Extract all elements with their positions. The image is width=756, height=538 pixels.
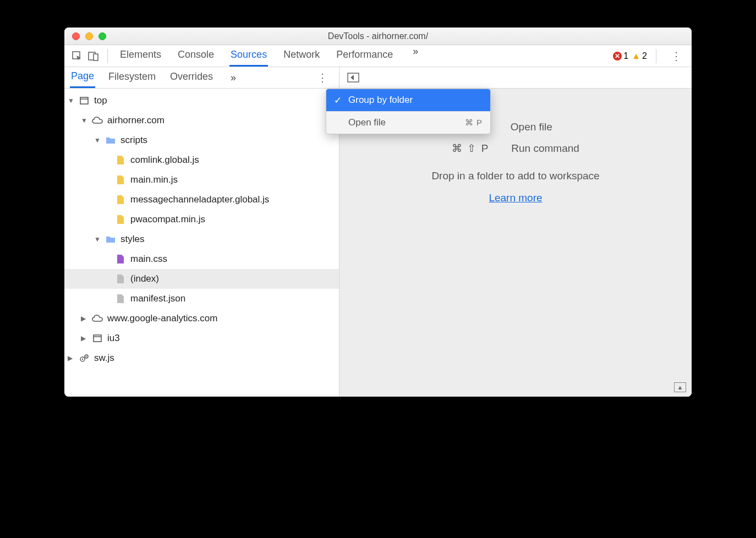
tree-node-file[interactable]: pwacompat.min.js — [64, 210, 339, 229]
tree-node-file[interactable]: manifest.json — [64, 289, 339, 309]
svg-rect-4 — [80, 97, 88, 104]
subtab-overrides[interactable]: Overrides — [169, 68, 214, 87]
tree-label: www.google-analytics.com — [107, 313, 217, 324]
tree-node-folder[interactable]: ▼ styles — [64, 229, 339, 249]
separator — [656, 49, 656, 63]
tab-console[interactable]: Console — [177, 46, 215, 67]
svg-rect-6 — [94, 335, 101, 342]
tree-node-frame[interactable]: ▶ iu3 — [64, 328, 339, 348]
devtools-window: DevTools - airhorner.com/ Elements Conso… — [64, 28, 692, 397]
tree-node-file[interactable]: main.min.js — [64, 170, 339, 190]
triangle-right-icon: ▶ — [68, 354, 74, 362]
document-icon — [115, 294, 126, 303]
subtab-page[interactable]: Page — [70, 68, 95, 88]
titlebar: DevTools - airhorner.com/ — [64, 28, 692, 45]
tab-network[interactable]: Network — [282, 46, 321, 67]
error-icon: ✕ — [613, 52, 622, 61]
js-file-icon — [115, 156, 126, 164]
toggle-navigator-icon[interactable] — [345, 70, 361, 85]
tree-node-domain[interactable]: ▶ www.google-analytics.com — [64, 309, 339, 328]
main-toolbar: Elements Console Sources Network Perform… — [64, 45, 692, 89]
tree-label: manifest.json — [130, 293, 185, 304]
device-toggle-icon[interactable] — [85, 48, 102, 64]
file-tree: ▼ top ▼ airhorner.com ▼ scripts comlink.… — [64, 89, 339, 397]
tree-label: airhorner.com — [107, 115, 165, 126]
tree-node-sw[interactable]: ▶ sw.js — [64, 348, 339, 368]
tree-label: main.css — [130, 254, 167, 265]
triangle-right-icon: ▶ — [81, 315, 87, 322]
drawer-toggle-icon[interactable]: ▲ — [674, 382, 686, 392]
folder-icon — [105, 136, 116, 144]
window-title: DevTools - airhorner.com/ — [64, 31, 692, 41]
tree-node-folder[interactable]: ▼ scripts — [64, 130, 339, 150]
svg-point-11 — [86, 356, 87, 357]
js-file-icon — [115, 215, 126, 224]
menu-item-group-by-folder[interactable]: ✓ Group by folder — [326, 89, 490, 111]
hint-label: Open file — [511, 121, 552, 133]
navigator-context-menu: ✓ Group by folder Open file ⌘ P — [326, 89, 491, 134]
subtab-filesystem[interactable]: Filesystem — [107, 68, 157, 87]
inspect-icon[interactable] — [69, 48, 85, 64]
tree-label: iu3 — [107, 333, 120, 344]
triangle-down-icon: ▼ — [81, 117, 87, 124]
warning-count: 2 — [642, 51, 647, 61]
tree-node-file[interactable]: comlink.global.js — [64, 150, 339, 170]
separator — [107, 49, 108, 63]
panel-tabs: Elements Console Sources Network Perform… — [119, 46, 423, 67]
triangle-down-icon: ▼ — [68, 97, 74, 105]
sources-subtabs: Page Filesystem Overrides » ⋮ — [64, 67, 339, 88]
settings-menu-icon[interactable]: ⋮ — [665, 50, 687, 63]
tab-performance[interactable]: Performance — [335, 46, 394, 67]
check-icon: ✓ — [334, 95, 343, 106]
learn-more-link[interactable]: Learn more — [489, 192, 542, 204]
menu-label: Group by folder — [348, 95, 413, 106]
triangle-right-icon: ▶ — [81, 334, 87, 342]
folder-icon — [105, 235, 116, 243]
svg-rect-2 — [94, 54, 98, 61]
tree-label: main.min.js — [130, 174, 178, 185]
js-file-icon — [115, 195, 126, 204]
document-icon — [115, 275, 126, 283]
navigator-menu-icon[interactable]: ⋮ — [311, 71, 333, 84]
frame-icon — [92, 334, 103, 342]
error-count-badge[interactable]: ✕ 1 — [613, 51, 628, 61]
warning-count-badge[interactable]: ▲ 2 — [632, 51, 647, 61]
tree-label: top — [94, 95, 107, 106]
body: ▼ top ▼ airhorner.com ▼ scripts comlink.… — [64, 89, 692, 397]
tab-sources[interactable]: Sources — [229, 46, 268, 67]
more-subtabs-icon[interactable]: » — [226, 72, 240, 84]
tab-elements[interactable]: Elements — [119, 46, 162, 67]
svg-point-9 — [82, 359, 83, 360]
cloud-icon — [92, 315, 103, 322]
menu-label: Open file — [348, 117, 386, 128]
tree-node-top[interactable]: ▼ top — [64, 91, 339, 111]
warning-icon: ▲ — [632, 51, 640, 61]
gears-icon — [79, 354, 90, 363]
tree-node-file[interactable]: main.css — [64, 249, 339, 269]
drop-hint: Drop in a folder to add to workspace — [431, 170, 599, 182]
cloud-icon — [92, 117, 103, 124]
tree-label: scripts — [120, 135, 147, 146]
hint-run-command: ⌘ ⇧ P Run command — [452, 142, 579, 155]
tree-label: styles — [120, 234, 144, 245]
more-tabs-icon[interactable]: » — [408, 46, 423, 67]
tree-label: pwacompat.min.js — [130, 214, 205, 225]
triangle-down-icon: ▼ — [94, 136, 101, 144]
error-count: 1 — [623, 51, 628, 61]
editor-pane: ⌘ P P Open file ⌘ ⇧ P Run command Drop i… — [339, 89, 692, 397]
tree-label: sw.js — [94, 353, 114, 364]
tree-node-file[interactable]: messagechanneladapter.global.js — [64, 190, 339, 210]
hint-label: Run command — [511, 142, 579, 155]
css-file-icon — [115, 255, 126, 263]
frame-icon — [79, 97, 90, 105]
tree-label: messagechanneladapter.global.js — [130, 194, 269, 205]
shortcut-keys: ⌘ ⇧ P — [452, 142, 489, 155]
tree-node-file-selected[interactable]: (index) — [64, 269, 339, 289]
js-file-icon — [115, 175, 126, 184]
menu-item-open-file[interactable]: Open file ⌘ P — [326, 112, 490, 134]
triangle-down-icon: ▼ — [94, 235, 101, 243]
tree-node-domain[interactable]: ▼ airhorner.com — [64, 111, 339, 130]
tree-label: (index) — [130, 273, 159, 284]
menu-shortcut: ⌘ P — [465, 118, 483, 128]
tree-label: comlink.global.js — [130, 155, 199, 166]
